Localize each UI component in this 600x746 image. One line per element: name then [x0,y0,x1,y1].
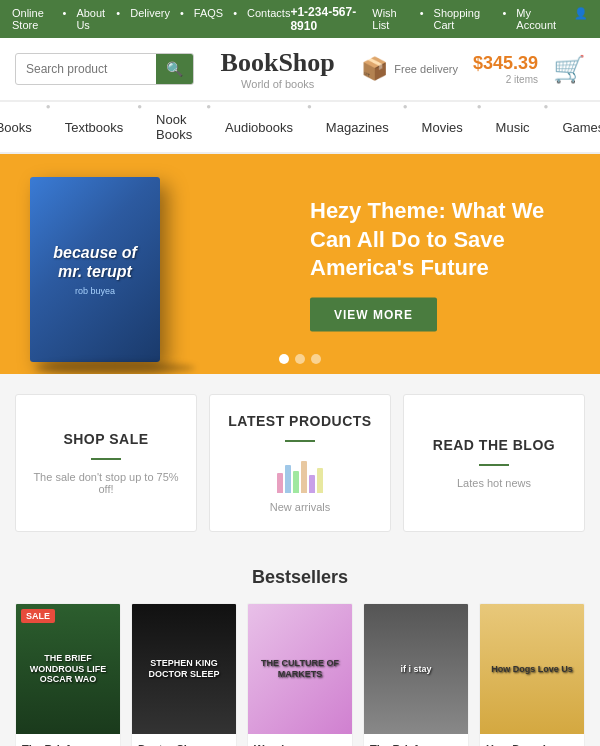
book-cover: STEPHEN KING DOCTOR SLEEP [132,604,236,734]
book-title-text: The Brief Wondrous Life of Oscar [370,742,462,746]
shop-sale-card[interactable]: SHOP SALE The sale don't stop up to 75% … [15,394,197,532]
free-delivery-text: Free delivery [394,63,458,75]
hero-dot-2[interactable] [295,354,305,364]
book-info: Doctor Sleep by Stephen King $14.45 + 🛒 [132,734,236,746]
nav-books[interactable]: Books [0,102,46,152]
list-item: STEPHEN KING DOCTOR SLEEP Doctor Sleep b… [131,603,237,746]
hero-heading-bold: Hezy Theme: [310,198,446,223]
hero-view-more-button[interactable]: VIEW MORE [310,297,437,331]
search-button[interactable]: 🔍 [156,53,193,85]
read-blog-desc: Lates hot news [457,477,531,489]
hero-book-author: rob buyea [75,286,115,296]
latest-products-title: LATEST PRODUCTS [228,413,371,429]
cover-text: if i stay [395,659,436,680]
top-bar: Online Store • About Us • Delivery • FAQ… [0,0,600,38]
list-item: How Dogs Love Us How Dogs Love Us: A Neu… [479,603,585,746]
nav-online-store[interactable]: Online Store [12,7,53,31]
book-cover: How Dogs Love Us [480,604,584,734]
main-nav: Books ● Textbooks ● Nook Books ● Audiobo… [0,101,600,154]
cart-icon[interactable]: 🛒 [553,54,585,85]
list-item: if i stay The Brief Wondrous Life of Osc… [363,603,469,746]
top-bar-right-links: Wish List • Shopping Cart • My Account 👤 [372,7,588,31]
my-account-link[interactable]: My Account [516,7,564,31]
hero-book-shadow [35,362,195,374]
cart-info: $345.39 2 items [473,53,538,85]
nav-nook-books[interactable]: Nook Books [142,102,206,152]
latest-products-divider [285,440,315,442]
top-bar-links: Online Store • About Us • Delivery • FAQ… [12,7,290,31]
search-input[interactable] [16,57,156,81]
hero-text: Hezy Theme: What We Can All Do to Save A… [310,197,570,332]
book-title-text: The Brief Wondrous Life of Oscar Wao [22,742,114,746]
book-info: How Dogs Love Us: A Neuroscientist and H… [480,734,584,746]
book-info: The Brief Wondrous Life of Oscar by Hezy… [364,734,468,746]
free-delivery-info: 📦 Free delivery [361,56,458,82]
hero-pagination [279,354,321,364]
nav-delivery[interactable]: Delivery [130,7,170,31]
cart-price: $345.39 [473,53,538,74]
list-item: SALE THE BRIEF WONDROUS LIFE OSCAR WAO T… [15,603,121,746]
search-box: 🔍 [15,53,194,85]
shop-sale-title: SHOP SALE [63,431,148,447]
books-grid: SALE THE BRIEF WONDROUS LIFE OSCAR WAO T… [15,603,585,746]
cart-items-count: 2 items [473,74,538,85]
header-right: 📦 Free delivery $345.39 2 items 🛒 [361,53,585,85]
logo-subtitle: World of books [221,78,335,90]
hero-dot-3[interactable] [311,354,321,364]
latest-products-card[interactable]: LATEST PRODUCTS New arrivals [209,394,391,532]
feature-cards: SHOP SALE The sale don't stop up to 75% … [0,374,600,552]
book-title-text: Wonder Hardcover [254,742,346,746]
wishlist-link[interactable]: Wish List [372,7,409,31]
hero-banner: because of mr. terupt rob buyea Hezy The… [0,154,600,374]
cover-text: THE BRIEF WONDROUS LIFE OSCAR WAO [16,648,120,690]
hero-dot-1[interactable] [279,354,289,364]
book-cover: SALE THE BRIEF WONDROUS LIFE OSCAR WAO [16,604,120,734]
book-cover: THE CULTURE OF MARKETS [248,604,352,734]
read-blog-card[interactable]: READ THE BLOG Lates hot news [403,394,585,532]
book-cover: if i stay [364,604,468,734]
book-title-text: Doctor Sleep [138,742,230,746]
latest-products-desc: New arrivals [270,501,331,513]
nav-movies[interactable]: Movies [408,102,477,152]
book-info: The Brief Wondrous Life of Oscar Wao by … [16,734,120,746]
cover-text: STEPHEN KING DOCTOR SLEEP [132,653,236,685]
nav-magazines[interactable]: Magazines [312,102,403,152]
cover-text: THE CULTURE OF MARKETS [248,653,352,685]
hero-book: because of mr. terupt rob buyea [30,177,200,374]
header: 🔍 BookShop World of books 📦 Free deliver… [0,38,600,101]
shop-sale-divider [91,458,121,460]
nav-contacts[interactable]: Contacts [247,7,290,31]
read-blog-divider [479,464,509,466]
hero-book-cover: because of mr. terupt rob buyea [30,177,160,362]
list-item: THE CULTURE OF MARKETS Wonder Hardcover … [247,603,353,746]
sale-badge: SALE [21,609,55,623]
book-title-text: How Dogs Love Us: A Neuroscientist and H… [486,742,578,746]
nav-audiobooks[interactable]: Audiobooks [211,102,307,152]
nav-faqs[interactable]: FAQS [194,7,223,31]
delivery-icon: 📦 [361,56,388,82]
shopping-cart-link[interactable]: Shopping Cart [434,7,493,31]
bestsellers-title: Bestsellers [15,567,585,588]
nav-textbooks[interactable]: Textbooks [51,102,138,152]
nav-games[interactable]: Games [548,102,600,152]
read-blog-title: READ THE BLOG [433,437,555,453]
hero-book-title: because of mr. terupt [40,243,150,281]
hero-heading: Hezy Theme: What We Can All Do to Save A… [310,197,570,283]
books-icon [277,453,323,493]
nav-music[interactable]: Music [482,102,544,152]
book-info: Wonder Hardcover by R.J. Palacio $9.59 +… [248,734,352,746]
logo-title: BookShop [221,48,335,78]
cover-text: How Dogs Love Us [486,659,578,680]
phone-number: +1-234-567-8910 [290,5,372,33]
nav-about-us[interactable]: About Us [76,7,106,31]
shop-sale-desc: The sale don't stop up to 75% off! [31,471,181,495]
logo: BookShop World of books [221,48,335,90]
bestsellers-section: Bestsellers SALE THE BRIEF WONDROUS LIFE… [0,552,600,746]
